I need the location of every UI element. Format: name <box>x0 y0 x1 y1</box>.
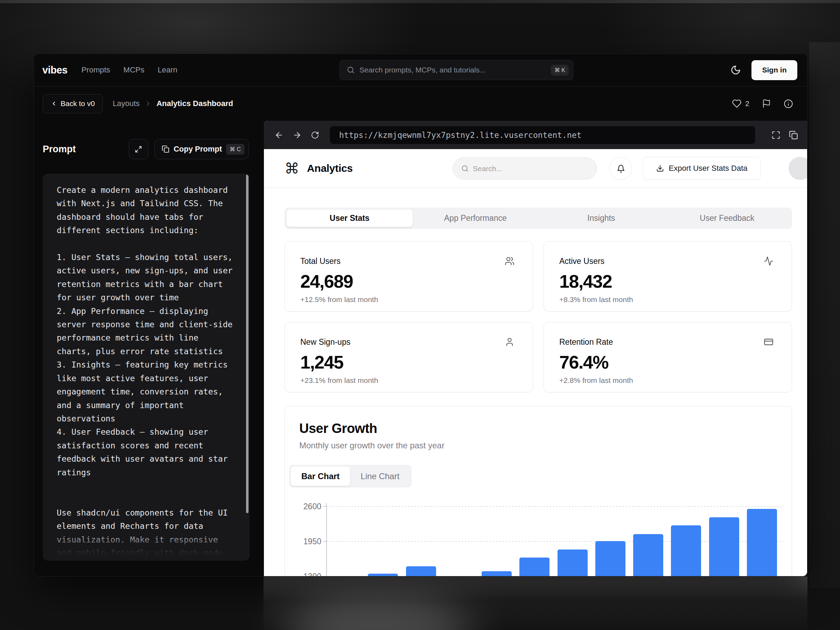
nav-item-mcps[interactable]: MCPs <box>123 65 145 74</box>
nav-menu: Prompts MCPs Learn <box>82 65 177 74</box>
stat-card-new-signups: New Sign-ups 1,245 +23.1% from last mont… <box>284 322 533 392</box>
card-delta: +8.3% from last month <box>559 295 774 304</box>
card-head: Total Users <box>300 256 515 266</box>
download-icon <box>656 164 664 172</box>
growth-title: User Growth <box>299 421 377 436</box>
search-shortcut-badge: ⌘ K <box>551 65 569 76</box>
duplicate-icon[interactable] <box>789 131 798 140</box>
theme-toggle-moon-icon[interactable] <box>731 65 741 75</box>
toolbar: Back to v0 Layouts Analytics Dashboard 2 <box>34 87 807 121</box>
browser-back-icon[interactable] <box>275 131 284 140</box>
dashboard-tabs: User Stats App Performance Insights User… <box>284 208 792 229</box>
stat-cards: Total Users 24,689 +12.5% from last mont… <box>284 241 792 392</box>
card-title: New Sign-ups <box>300 337 351 347</box>
browser-chrome: https://kzmjqewnml7yx7pstny2.lite.vuserc… <box>264 121 807 149</box>
toggle-bar-chart[interactable]: Bar Chart <box>291 467 350 486</box>
url-bar[interactable]: https://kzmjqewnml7yx7pstny2.lite.vuserc… <box>330 126 755 144</box>
dashboard-body: User Stats App Performance Insights User… <box>264 188 807 576</box>
sign-in-button[interactable]: Sign in <box>752 60 797 80</box>
main-columns: Prompt Copy Prompt ⌘ C Create a modern a… <box>34 121 807 576</box>
axis-tick <box>324 506 326 507</box>
export-button[interactable]: Export User Stats Data <box>643 157 761 180</box>
dashboard-brand: Analytics <box>307 163 353 174</box>
y-axis-label: 2600 <box>293 502 321 512</box>
breadcrumb: Layouts Analytics Dashboard <box>113 99 233 108</box>
prompt-panel: Prompt Copy Prompt ⌘ C Create a modern a… <box>34 121 264 576</box>
tab-label: User Feedback <box>699 213 754 223</box>
tab-user-stats[interactable]: User Stats <box>287 210 413 227</box>
tab-user-feedback[interactable]: User Feedback <box>664 210 790 227</box>
prompt-scrollbar[interactable] <box>246 174 248 513</box>
info-icon[interactable] <box>784 99 793 109</box>
copy-prompt-button[interactable]: Copy Prompt ⌘ C <box>154 139 249 159</box>
activity-icon <box>764 256 774 266</box>
browser-forward-icon[interactable] <box>293 131 302 140</box>
heart-icon <box>732 99 742 109</box>
y-axis-label: 1300 <box>293 572 321 577</box>
users-icon <box>505 256 515 266</box>
chevron-right-icon <box>145 100 152 107</box>
stat-card-total-users: Total Users 24,689 +12.5% from last mont… <box>284 241 533 311</box>
url-text: https://kzmjqewnml7yx7pstny2.lite.vuserc… <box>339 131 581 140</box>
tab-label: App Performance <box>444 213 507 223</box>
bar-May <box>482 571 512 576</box>
card-value: 1,245 <box>300 352 515 373</box>
card-delta: +2.8% from last month <box>559 376 774 385</box>
tab-label: Insights <box>587 213 615 223</box>
tab-insights[interactable]: Insights <box>538 210 664 227</box>
bar-Nov <box>709 517 739 576</box>
avatar[interactable] <box>789 157 807 180</box>
global-search-input[interactable]: Search prompts, MCPs, and tutorials... ⌘… <box>339 60 573 80</box>
gridline <box>326 576 784 576</box>
tab-app-performance[interactable]: App Performance <box>413 210 538 227</box>
card-value: 18,432 <box>559 271 774 292</box>
vibes-logo[interactable]: vibes <box>43 65 68 76</box>
bar-Feb <box>368 574 398 576</box>
breadcrumb-layouts[interactable]: Layouts <box>113 99 140 108</box>
axis-tick <box>324 541 326 542</box>
prompt-fade <box>43 527 249 561</box>
stat-card-retention-rate: Retention Rate 76.4% +2.8% from last mon… <box>543 322 792 392</box>
card-value: 76.4% <box>559 352 774 373</box>
chart-type-toggle: Bar Chart Line Chart <box>289 465 412 488</box>
bell-icon <box>617 164 625 173</box>
vibes-app-window: vibes Prompts MCPs Learn Search prompts,… <box>33 54 807 576</box>
browser-refresh-icon[interactable] <box>311 131 319 139</box>
nav-item-learn[interactable]: Learn <box>158 65 177 74</box>
likes[interactable]: 2 <box>732 99 749 109</box>
dashboard-search-input[interactable]: Search... <box>453 158 597 180</box>
search-icon <box>461 165 469 172</box>
back-to-v0-button[interactable]: Back to v0 <box>43 94 103 114</box>
top-nav: vibes Prompts MCPs Learn Search prompts,… <box>34 54 807 87</box>
breadcrumb-page-title: Analytics Dashboard <box>156 99 233 108</box>
user-growth-card: User Growth Monthly user growth over the… <box>284 406 792 576</box>
prompt-actions: Copy Prompt ⌘ C <box>129 139 249 159</box>
y-axis-label: 1950 <box>293 537 321 546</box>
card-title: Active Users <box>559 257 605 266</box>
card-delta: +23.1% from last month <box>300 376 515 385</box>
tab-label: User Stats <box>330 213 369 223</box>
stat-card-active-users: Active Users 18,432 +8.3% from last mont… <box>543 241 792 311</box>
export-label: Export User Stats Data <box>669 164 748 173</box>
bar-Oct <box>671 525 701 576</box>
background-right-edge <box>809 42 840 588</box>
notifications-button[interactable] <box>609 157 632 180</box>
chevron-left-icon <box>51 101 57 107</box>
flag-icon[interactable] <box>762 99 771 108</box>
card-title: Retention Rate <box>559 337 613 347</box>
y-axis-line <box>326 503 327 576</box>
growth-subtitle: Monthly user growth over the past year <box>299 441 445 450</box>
user-icon <box>505 337 515 347</box>
bar-Mar <box>406 566 436 576</box>
fullscreen-icon[interactable] <box>771 131 780 140</box>
search-placeholder: Search prompts, MCPs, and tutorials... <box>360 66 551 74</box>
back-to-v0-label: Back to v0 <box>60 99 95 108</box>
card-delta: +12.5% from last month <box>300 295 515 304</box>
prompt-textarea[interactable]: Create a modern analytics dashboard with… <box>43 174 249 561</box>
expand-prompt-button[interactable] <box>129 139 148 159</box>
nav-item-prompts[interactable]: Prompts <box>82 65 110 74</box>
toggle-line-chart[interactable]: Line Chart <box>350 467 410 486</box>
maximize-icon <box>135 145 142 153</box>
bar-Dec <box>747 509 777 576</box>
copy-prompt-label: Copy Prompt <box>174 145 222 154</box>
